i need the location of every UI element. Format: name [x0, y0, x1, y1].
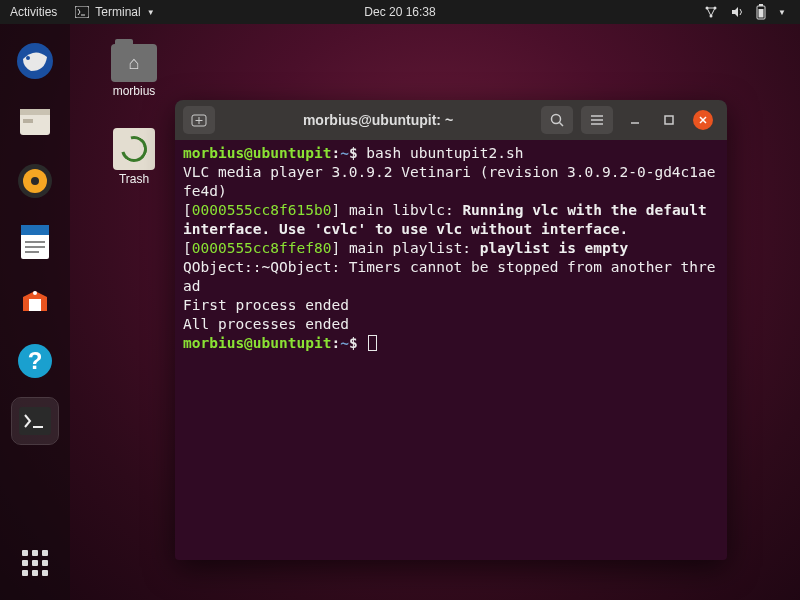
minimize-button[interactable] [625, 110, 645, 130]
volume-icon[interactable] [730, 5, 744, 19]
prompt-user: morbius@ubuntupit [183, 335, 331, 351]
desktop-trash[interactable]: Trash [100, 128, 168, 186]
svg-point-22 [33, 291, 37, 295]
cursor [368, 335, 377, 351]
prompt-dollar: $ [349, 335, 358, 351]
activities-button[interactable]: Activities [10, 5, 57, 19]
desktop-home-label: morbius [113, 84, 156, 98]
system-menu-caret-icon[interactable]: ▼ [778, 8, 786, 17]
svg-rect-6 [759, 4, 763, 6]
dock-software[interactable] [12, 278, 58, 324]
prompt-path: ~ [340, 335, 349, 351]
output-line: QObject::~QObject: Timers cannot be stop… [183, 259, 716, 294]
close-icon [697, 114, 709, 126]
svg-point-9 [26, 56, 30, 60]
svg-line-31 [560, 123, 564, 127]
svg-rect-20 [25, 251, 39, 253]
dock-libreoffice-writer[interactable] [12, 218, 58, 264]
output-line: First process ended [183, 297, 349, 313]
svg-rect-18 [25, 241, 45, 243]
svg-rect-7 [759, 9, 764, 18]
svg-text:?: ? [28, 347, 43, 374]
new-tab-button[interactable] [183, 106, 215, 134]
window-title: morbius@ubuntupit: ~ [223, 112, 533, 128]
dock: ? [0, 24, 70, 600]
svg-rect-12 [23, 119, 33, 123]
svg-rect-0 [75, 6, 89, 18]
svg-rect-36 [665, 116, 673, 124]
apps-grid-icon [22, 550, 48, 576]
svg-rect-11 [20, 109, 50, 115]
maximize-icon [663, 114, 675, 126]
desktop-trash-label: Trash [119, 172, 149, 186]
prompt-sep: : [331, 145, 340, 161]
svg-rect-21 [29, 299, 41, 311]
output-line: ] main libvlc: [331, 202, 462, 218]
output-line: [ [183, 202, 192, 218]
command-text: bash ubuntupit2.sh [366, 145, 523, 161]
terminal-window: morbius@ubuntupit: ~ morbius@ubuntupit:~… [175, 100, 727, 560]
titlebar[interactable]: morbius@ubuntupit: ~ [175, 100, 727, 140]
log-address: 0000555cc8f615b0 [192, 202, 332, 218]
home-icon: ⌂ [129, 53, 140, 74]
prompt-path: ~ [340, 145, 349, 161]
prompt-dollar: $ [349, 145, 358, 161]
active-app-menu[interactable]: Terminal ▼ [75, 5, 154, 19]
output-line: All processes ended [183, 316, 349, 332]
desktop-icons: ⌂ morbius Trash [100, 44, 168, 186]
prompt-user: morbius@ubuntupit [183, 145, 331, 161]
dock-thunderbird[interactable] [12, 38, 58, 84]
hamburger-icon [589, 113, 605, 127]
recycle-icon [116, 131, 152, 167]
output-line: ] main playlist: [331, 240, 479, 256]
chevron-down-icon: ▼ [147, 8, 155, 17]
prompt-sep: : [331, 335, 340, 351]
svg-rect-19 [25, 246, 45, 248]
search-icon [549, 112, 565, 128]
top-bar: Activities Terminal ▼ Dec 20 16:38 ▼ [0, 0, 800, 24]
new-tab-icon [191, 113, 207, 127]
active-app-label: Terminal [95, 5, 140, 19]
search-button[interactable] [541, 106, 573, 134]
dock-rhythmbox[interactable] [12, 158, 58, 204]
dock-show-applications[interactable] [12, 540, 58, 586]
svg-rect-25 [19, 407, 51, 435]
dock-help[interactable]: ? [12, 338, 58, 384]
maximize-button[interactable] [659, 110, 679, 130]
svg-point-30 [552, 115, 561, 124]
output-line: playlist is empty [480, 240, 628, 256]
dock-files[interactable] [12, 98, 58, 144]
minimize-icon [629, 114, 641, 126]
clock[interactable]: Dec 20 16:38 [364, 5, 435, 19]
terminal-icon [75, 6, 89, 18]
svg-point-15 [31, 177, 39, 185]
output-line: [ [183, 240, 192, 256]
log-address: 0000555cc8ffef80 [192, 240, 332, 256]
network-icon[interactable] [704, 5, 718, 19]
svg-rect-17 [21, 225, 49, 235]
terminal-body[interactable]: morbius@ubuntupit:~$ bash ubuntupit2.sh … [175, 140, 727, 560]
close-button[interactable] [693, 110, 713, 130]
battery-icon[interactable] [756, 4, 766, 20]
dock-terminal[interactable] [12, 398, 58, 444]
output-line: VLC media player 3.0.9.2 Vetinari (revis… [183, 164, 716, 199]
menu-button[interactable] [581, 106, 613, 134]
desktop-home-folder[interactable]: ⌂ morbius [100, 44, 168, 98]
